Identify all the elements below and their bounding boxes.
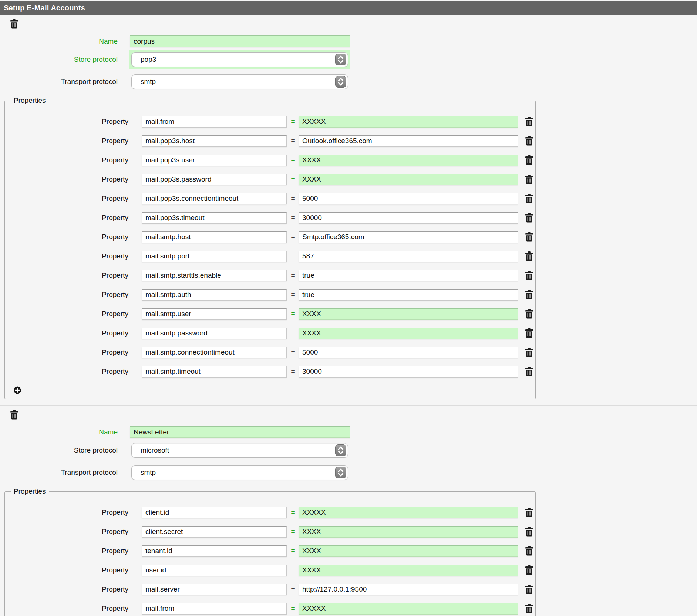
delete-property-button[interactable] [525, 527, 533, 537]
property-row: Property = [5, 580, 535, 599]
property-value-input[interactable] [299, 603, 518, 615]
property-value-input[interactable] [299, 212, 518, 224]
property-name-input[interactable] [142, 308, 287, 320]
property-row: Property = [5, 324, 535, 343]
account-name-row: Name [0, 426, 697, 438]
delete-property-button[interactable] [525, 309, 533, 319]
delete-property-button[interactable] [525, 508, 533, 517]
transport-protocol-value: smtp [141, 468, 156, 477]
property-value-input[interactable] [299, 347, 518, 358]
property-value-input[interactable] [299, 584, 518, 595]
store-protocol-select[interactable]: pop3 [131, 52, 348, 67]
delete-property-button[interactable] [525, 367, 533, 376]
properties-fieldset: Properties Property = Property [4, 97, 536, 399]
equals-sign: = [290, 214, 296, 222]
delete-account-button[interactable] [10, 410, 18, 420]
account-section-corpus: Name Store protocol pop3 Transport proto… [0, 15, 697, 399]
store-protocol-select[interactable]: microsoft [131, 443, 348, 458]
property-row: Property = [5, 189, 535, 208]
property-name-input[interactable] [142, 116, 287, 128]
property-name-input[interactable] [142, 270, 287, 281]
property-name-input[interactable] [142, 565, 287, 576]
property-value-input[interactable] [299, 308, 518, 320]
store-protocol-halo: microsoft [129, 441, 350, 460]
property-label: Property [5, 194, 128, 203]
equals-sign: = [290, 368, 296, 376]
property-value-input[interactable] [299, 507, 518, 518]
property-value-input[interactable] [299, 174, 518, 185]
property-name-input[interactable] [142, 212, 287, 224]
property-name-input[interactable] [142, 231, 287, 243]
equals-sign: = [290, 252, 296, 260]
delete-property-button[interactable] [525, 328, 533, 338]
delete-property-button[interactable] [525, 213, 533, 223]
property-name-input[interactable] [142, 328, 287, 339]
property-value-input[interactable] [299, 135, 518, 147]
delete-property-button[interactable] [525, 232, 533, 242]
delete-property-button[interactable] [525, 271, 533, 280]
up-down-stepper-icon [335, 467, 346, 478]
property-name-input[interactable] [142, 584, 287, 595]
property-name-input[interactable] [142, 251, 287, 262]
delete-property-button[interactable] [525, 155, 533, 165]
property-value-input[interactable] [299, 231, 518, 243]
account-name-input[interactable] [130, 426, 350, 438]
delete-property-button[interactable] [525, 290, 533, 299]
property-value-input[interactable] [299, 366, 518, 378]
transport-protocol-select[interactable]: smtp [131, 465, 348, 480]
property-value-input[interactable] [299, 193, 518, 204]
property-value-input[interactable] [299, 328, 518, 339]
property-value-input[interactable] [299, 251, 518, 262]
property-name-input[interactable] [142, 366, 287, 378]
delete-property-button[interactable] [525, 117, 533, 126]
transport-protocol-select[interactable]: smtp [131, 74, 348, 89]
property-row: Property = [5, 150, 535, 170]
property-value-input[interactable] [299, 565, 518, 576]
property-value-input[interactable] [299, 289, 518, 301]
property-row: Property = [5, 362, 535, 381]
properties-legend: Properties [11, 487, 49, 495]
equals-sign: = [290, 271, 296, 280]
up-down-stepper-icon [335, 76, 346, 88]
property-label: Property [5, 368, 128, 376]
property-label: Property [5, 329, 128, 337]
property-name-input[interactable] [142, 526, 287, 538]
equals-sign: = [290, 329, 296, 337]
property-name-input[interactable] [142, 193, 287, 204]
property-name-input[interactable] [142, 135, 287, 147]
property-name-input[interactable] [142, 289, 287, 301]
delete-property-button[interactable] [525, 136, 533, 146]
property-value-input[interactable] [299, 526, 518, 538]
delete-property-button[interactable] [525, 565, 533, 575]
property-label: Property [5, 508, 128, 517]
trash-icon [525, 155, 533, 165]
property-value-input[interactable] [299, 155, 518, 166]
trash-icon [525, 585, 533, 594]
account-name-row: Name [0, 35, 697, 47]
delete-property-button[interactable] [525, 348, 533, 357]
transport-protocol-row: Transport protocol smtp [0, 72, 697, 91]
property-name-input[interactable] [142, 545, 287, 557]
delete-property-button[interactable] [525, 546, 533, 556]
delete-property-button[interactable] [525, 585, 533, 594]
property-name-input[interactable] [142, 507, 287, 518]
delete-property-button[interactable] [525, 175, 533, 184]
account-name-input[interactable] [130, 35, 350, 47]
property-label: Property [5, 175, 128, 183]
add-property-button[interactable] [14, 386, 21, 394]
properties-fieldset: Properties Property = Property [4, 487, 536, 616]
property-value-input[interactable] [299, 545, 518, 557]
equals-sign: = [290, 156, 296, 164]
property-value-input[interactable] [299, 270, 518, 281]
transport-protocol-halo: smtp [129, 72, 350, 91]
property-name-input[interactable] [142, 347, 287, 358]
delete-account-button[interactable] [10, 19, 18, 29]
property-name-input[interactable] [142, 603, 287, 615]
property-name-input[interactable] [142, 174, 287, 185]
trash-icon [525, 290, 533, 299]
delete-property-button[interactable] [525, 604, 533, 613]
delete-property-button[interactable] [525, 251, 533, 261]
property-value-input[interactable] [299, 116, 518, 128]
delete-property-button[interactable] [525, 194, 533, 203]
property-name-input[interactable] [142, 155, 287, 166]
